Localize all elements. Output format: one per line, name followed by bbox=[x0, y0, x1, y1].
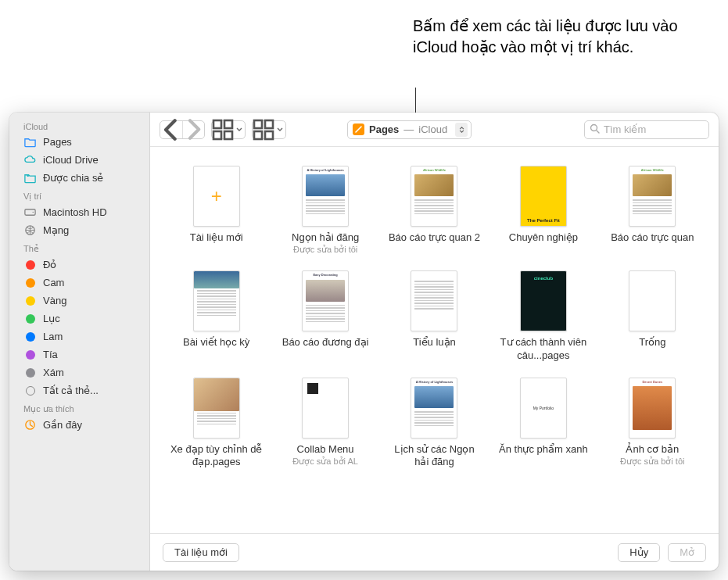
sidebar-item-label: Tía bbox=[43, 349, 58, 360]
chevron-down-icon bbox=[274, 127, 285, 132]
tag-all-icon bbox=[23, 384, 37, 397]
sidebar-item[interactable]: Lục bbox=[9, 310, 149, 328]
svg-rect-12 bbox=[265, 131, 273, 139]
globe-icon bbox=[23, 224, 37, 237]
document-tile[interactable]: A History of LighthousesNgọn hải đăngĐượ… bbox=[278, 166, 372, 255]
finder-open-panel: iCloudPagesiCloud DriveĐược chia sẻVị tr… bbox=[9, 113, 719, 571]
document-tile[interactable]: Desert DunesẢnh cơ bảnĐược sửa bởi tôi bbox=[605, 378, 700, 469]
document-label: Bài viết học kỳ bbox=[183, 336, 249, 349]
document-label: Ngọn hải đăng bbox=[292, 231, 359, 244]
search-field[interactable] bbox=[584, 120, 709, 139]
shared-icon bbox=[23, 171, 37, 184]
sidebar-item-label: Macintosh HD bbox=[43, 206, 107, 218]
document-label: Xe đạp tùy chỉnh dễ đạp.pages bbox=[169, 443, 264, 469]
location-folder: iCloud bbox=[418, 124, 447, 135]
document-label: Lịch sử các Ngọn hải đăng bbox=[387, 443, 482, 469]
document-label: Báo cáo trực quan 2 bbox=[389, 231, 480, 244]
svg-rect-1 bbox=[25, 209, 35, 216]
document-label: Báo cáo đương đại bbox=[282, 336, 369, 349]
sidebar-section-header: Mục ưa thích bbox=[9, 399, 149, 416]
toolbar: Pages — iCloud bbox=[150, 113, 719, 147]
document-label: Collab Menu bbox=[297, 443, 354, 456]
sidebar-section-header: Vị trí bbox=[9, 187, 149, 203]
main-area: Pages — iCloud +Tài liệu mớiA History of… bbox=[150, 113, 719, 571]
document-browser[interactable]: +Tài liệu mớiA History of LighthousesNgọ… bbox=[150, 147, 719, 533]
location-app: Pages bbox=[369, 124, 399, 135]
stepper-arrows-icon bbox=[455, 123, 468, 137]
sidebar-item[interactable]: iCloud Drive bbox=[9, 151, 149, 169]
document-tile[interactable]: Collab MenuĐược sửa bởi AL bbox=[278, 378, 372, 469]
sidebar-item-label: Pages bbox=[43, 136, 72, 148]
location-popup[interactable]: Pages — iCloud bbox=[347, 120, 472, 139]
svg-rect-7 bbox=[213, 131, 221, 139]
sidebar-item-label: Cam bbox=[43, 277, 64, 288]
tag-dot-icon bbox=[23, 258, 37, 271]
back-button[interactable] bbox=[160, 121, 182, 138]
svg-point-2 bbox=[33, 212, 34, 213]
sidebar-item[interactable]: Gần đây bbox=[9, 416, 149, 434]
sidebar-item-label: Xám bbox=[43, 367, 64, 378]
document-tile[interactable]: cineclubTư cách thành viên câu...pages bbox=[496, 270, 590, 362]
sidebar-item-label: Lam bbox=[43, 331, 63, 342]
svg-rect-11 bbox=[254, 131, 262, 139]
sidebar-item[interactable]: Vàng bbox=[9, 292, 149, 310]
document-tile[interactable]: Trống bbox=[605, 270, 700, 362]
search-input[interactable] bbox=[604, 124, 719, 135]
sidebar-item[interactable]: Cam bbox=[9, 274, 149, 292]
sidebar-item[interactable]: Lam bbox=[9, 328, 149, 345]
sidebar-section-header: iCloud bbox=[9, 117, 149, 133]
sidebar-item[interactable]: Pages bbox=[9, 133, 149, 151]
sidebar-item-label: Vàng bbox=[43, 295, 66, 306]
document-tile[interactable]: African WildlifeBáo cáo trực quan bbox=[605, 166, 700, 255]
document-tile[interactable]: Tiểu luận bbox=[387, 270, 482, 362]
sidebar-item-label: Đỏ bbox=[43, 259, 56, 270]
tag-dot-icon bbox=[23, 330, 37, 343]
sidebar-item[interactable]: Đỏ bbox=[9, 256, 149, 274]
sidebar-item[interactable]: Tất cả thẻ... bbox=[9, 381, 149, 399]
clock-icon bbox=[23, 418, 37, 431]
sidebar: iCloudPagesiCloud DriveĐược chia sẻVị tr… bbox=[9, 113, 150, 571]
location-separator: — bbox=[403, 124, 414, 135]
sidebar-item[interactable]: Được chia sẻ bbox=[9, 169, 149, 187]
disk-icon bbox=[23, 206, 37, 219]
new-document-button[interactable]: Tài liệu mới bbox=[163, 543, 239, 562]
sidebar-item[interactable]: Mạng bbox=[9, 221, 149, 239]
document-label: Ảnh cơ bản bbox=[626, 443, 679, 456]
sidebar-item-label: Được chia sẻ bbox=[43, 172, 103, 184]
document-tile[interactable]: African WildlifeBáo cáo trực quan 2 bbox=[387, 166, 482, 255]
document-tile[interactable]: Xe đạp tùy chỉnh dễ đạp.pages bbox=[169, 378, 264, 469]
document-subtitle: Được sửa bởi tôi bbox=[620, 456, 684, 467]
sidebar-item-label: iCloud Drive bbox=[43, 154, 99, 166]
document-label: Tiểu luận bbox=[413, 336, 456, 349]
sidebar-item[interactable]: Tía bbox=[9, 345, 149, 363]
svg-rect-5 bbox=[213, 120, 221, 128]
document-label: Ăn thực phẩm xanh bbox=[499, 443, 588, 456]
document-tile[interactable]: The Perfect FitChuyên nghiệp bbox=[496, 166, 590, 255]
sidebar-item[interactable]: Xám bbox=[9, 363, 149, 381]
document-tile[interactable]: Easy DecoratingBáo cáo đương đại bbox=[278, 270, 372, 362]
new-document-tile[interactable]: +Tài liệu mới bbox=[169, 166, 264, 255]
view-mode-button[interactable] bbox=[211, 120, 246, 139]
document-tile[interactable]: Bài viết học kỳ bbox=[169, 270, 264, 362]
document-label: Chuyên nghiệp bbox=[509, 231, 578, 244]
document-tile[interactable]: My PortfolioĂn thực phẩm xanh bbox=[496, 378, 590, 469]
sidebar-item[interactable]: Macintosh HD bbox=[9, 203, 149, 221]
document-label: Báo cáo trực quan bbox=[611, 231, 694, 244]
document-label: Tư cách thành viên câu...pages bbox=[496, 336, 590, 362]
forward-button[interactable] bbox=[182, 121, 204, 138]
svg-point-0 bbox=[27, 174, 29, 177]
callout-text: Bấm để xem các tài liệu được lưu vào iCl… bbox=[413, 16, 710, 58]
cloud-icon bbox=[23, 153, 37, 166]
document-label: Trống bbox=[639, 336, 665, 349]
group-mode-button[interactable] bbox=[252, 120, 286, 139]
svg-rect-10 bbox=[265, 120, 273, 128]
tag-dot-icon bbox=[23, 294, 37, 307]
document-label: Tài liệu mới bbox=[190, 231, 243, 244]
cancel-button[interactable]: Hủy bbox=[618, 543, 660, 562]
folder-icon bbox=[23, 135, 37, 149]
search-icon bbox=[590, 124, 600, 136]
document-tile[interactable]: A History of LighthousesLịch sử các Ngọn… bbox=[387, 378, 482, 469]
chevron-down-icon bbox=[234, 127, 245, 132]
open-button[interactable]: Mở bbox=[668, 543, 706, 562]
sidebar-item-label: Mạng bbox=[43, 224, 69, 236]
